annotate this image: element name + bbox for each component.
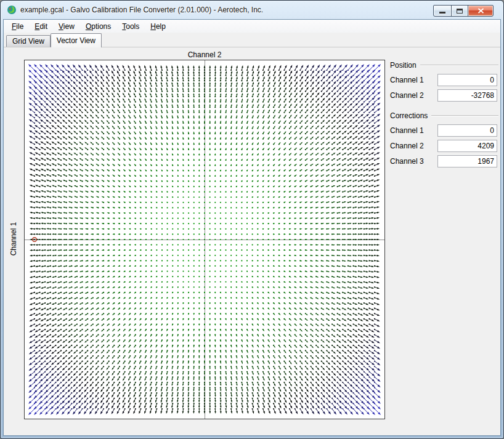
titlebar[interactable]: example.gcal - Galvo Calibration File Co… bbox=[1, 1, 503, 19]
corrections-group-title: Corrections bbox=[390, 111, 428, 120]
corrections-channel2-row: Channel 2 bbox=[390, 140, 497, 152]
position-channel1-input[interactable] bbox=[437, 74, 497, 86]
position-channel2-input[interactable] bbox=[437, 89, 497, 102]
y-axis-label: Channel 1 bbox=[9, 222, 18, 256]
vector-view-page: Channel 2 Channel 1 Position Channel 1 C… bbox=[4, 47, 500, 435]
app-icon bbox=[7, 5, 17, 15]
caption-buttons bbox=[433, 5, 494, 17]
vector-field-canvas[interactable] bbox=[25, 60, 384, 419]
maximize-button[interactable] bbox=[451, 5, 468, 17]
side-panel: Position Channel 1 Channel 2 Corrections… bbox=[389, 60, 498, 171]
position-channel1-row: Channel 1 bbox=[390, 74, 497, 86]
position-channel2-label: Channel 2 bbox=[390, 91, 424, 100]
corrections-channel3-row: Channel 3 bbox=[390, 155, 497, 167]
group-rule bbox=[431, 115, 498, 116]
minimize-button[interactable] bbox=[433, 5, 452, 17]
corrections-channel1-input[interactable] bbox=[437, 124, 497, 137]
menu-view[interactable]: View bbox=[53, 20, 80, 33]
window-title: example.gcal - Galvo Calibration File Co… bbox=[20, 6, 263, 14]
app-window: example.gcal - Galvo Calibration File Co… bbox=[0, 0, 504, 439]
minimize-icon bbox=[439, 12, 445, 14]
corrections-channel3-label: Channel 3 bbox=[390, 157, 424, 166]
tabstrip: Grid View Vector View bbox=[4, 33, 500, 47]
vector-plot bbox=[24, 60, 385, 419]
client-area: File Edit View Options Tools Help Grid V… bbox=[3, 19, 501, 436]
x-axis-label: Channel 2 bbox=[24, 50, 385, 59]
corrections-channel1-row: Channel 1 bbox=[390, 124, 497, 137]
corrections-group-header: Corrections bbox=[390, 111, 498, 120]
tab-grid-view[interactable]: Grid View bbox=[6, 35, 51, 47]
close-button[interactable] bbox=[468, 5, 494, 17]
position-group-title: Position bbox=[390, 61, 417, 70]
menu-tools[interactable]: Tools bbox=[116, 20, 145, 33]
tab-vector-view[interactable]: Vector View bbox=[51, 33, 102, 47]
group-rule bbox=[420, 65, 498, 66]
menu-edit[interactable]: Edit bbox=[29, 20, 53, 33]
maximize-icon bbox=[457, 9, 463, 14]
menubar: File Edit View Options Tools Help bbox=[4, 20, 500, 33]
corrections-channel2-input[interactable] bbox=[437, 140, 497, 152]
corrections-channel1-label: Channel 1 bbox=[390, 126, 424, 135]
position-channel2-row: Channel 2 bbox=[390, 89, 497, 102]
position-channel1-label: Channel 1 bbox=[390, 76, 424, 84]
corrections-channel2-label: Channel 2 bbox=[390, 142, 424, 150]
menu-file[interactable]: File bbox=[6, 20, 29, 33]
menu-help[interactable]: Help bbox=[145, 20, 171, 33]
position-group-header: Position bbox=[390, 61, 498, 70]
menu-options[interactable]: Options bbox=[80, 20, 116, 33]
corrections-channel3-input[interactable] bbox=[437, 155, 497, 167]
close-icon bbox=[478, 8, 484, 14]
